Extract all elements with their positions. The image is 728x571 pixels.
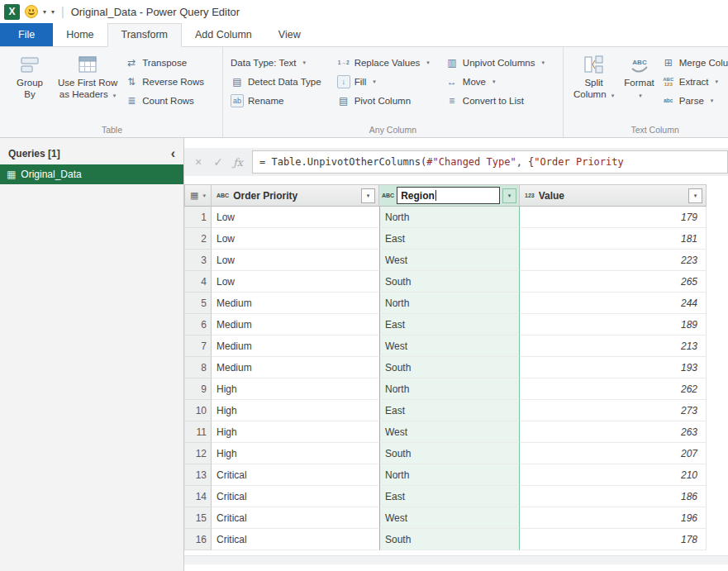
fx-icon[interactable]: ƒx [229, 156, 247, 169]
column-header-value[interactable]: 123 Value ▾ [520, 184, 707, 207]
parse-button[interactable]: abc Parse ▾ [659, 91, 728, 110]
cell-order-priority[interactable]: Low [212, 250, 379, 271]
cell-value[interactable]: 213 [520, 335, 707, 357]
cell-region[interactable]: South [379, 357, 520, 378]
cell-region[interactable]: East [379, 486, 520, 507]
row-number[interactable]: 1 [184, 207, 212, 228]
tab-file[interactable]: File [0, 23, 53, 46]
cell-region[interactable]: East [379, 228, 520, 250]
order-priority-filter-button[interactable]: ▾ [361, 188, 375, 203]
reverse-rows-button[interactable]: ⇅ Reverse Rows [122, 72, 211, 91]
cell-region[interactable]: South [379, 271, 520, 293]
cell-order-priority[interactable]: Medium [212, 335, 379, 357]
use-first-row-button[interactable]: Use First Row as Headers ▾ [53, 50, 122, 102]
cell-region[interactable]: West [379, 250, 520, 271]
check-icon[interactable]: ✓ [209, 155, 227, 169]
cell-order-priority[interactable]: Low [212, 228, 379, 250]
data-type-button[interactable]: Data Type: Text ▾ [228, 53, 328, 72]
cell-value[interactable]: 196 [520, 507, 707, 529]
column-header-order-priority[interactable]: ABC Order Priority ▾ [212, 184, 379, 207]
cell-order-priority[interactable]: Critical [212, 464, 379, 486]
table-select-all-button[interactable]: ▦ ▾ [184, 184, 212, 207]
row-number[interactable]: 8 [184, 357, 212, 378]
cell-order-priority[interactable]: Low [212, 207, 379, 228]
cell-order-priority[interactable]: Low [212, 271, 379, 293]
cell-value[interactable]: 181 [520, 228, 707, 250]
row-number[interactable]: 3 [184, 250, 212, 271]
cell-value[interactable]: 178 [520, 529, 707, 550]
cell-region[interactable]: North [379, 207, 520, 228]
pivot-column-button[interactable]: ▤ Pivot Column [335, 91, 436, 110]
rename-button[interactable]: ab Rename [228, 91, 328, 110]
cell-value[interactable]: 179 [520, 207, 707, 228]
cell-order-priority[interactable]: Critical [212, 507, 379, 529]
row-number[interactable]: 12 [184, 443, 212, 464]
formula-input[interactable]: = Table.UnpivotOtherColumns(#"Changed Ty… [252, 150, 728, 174]
detect-data-type-button[interactable]: ▤ Detect Data Type [228, 72, 328, 91]
query-item-original-data[interactable]: ▦ Original_Data [0, 164, 183, 184]
smiley-feedback-icon[interactable] [25, 5, 38, 18]
cell-region[interactable]: North [379, 464, 520, 486]
fill-button[interactable]: ↓ Fill ▾ [335, 72, 436, 91]
cell-order-priority[interactable]: Medium [212, 314, 379, 335]
count-rows-button[interactable]: ≣ Count Rows [122, 91, 211, 110]
merge-columns-button[interactable]: ⊞ Merge Colu [659, 53, 728, 72]
region-filter-button[interactable]: ▾ [502, 188, 516, 203]
cell-value[interactable]: 244 [520, 293, 707, 314]
cell-value[interactable]: 273 [520, 400, 707, 421]
cell-region[interactable]: South [379, 529, 520, 550]
tab-add-column[interactable]: Add Column [182, 23, 265, 46]
row-number[interactable]: 2 [184, 228, 212, 250]
group-by-button[interactable]: Group By [7, 50, 53, 102]
cell-region[interactable]: West [379, 335, 520, 357]
cell-value[interactable]: 210 [520, 464, 707, 486]
cell-value[interactable]: 263 [520, 421, 707, 443]
cell-order-priority[interactable]: High [212, 400, 379, 421]
value-filter-button[interactable]: ▾ [688, 188, 702, 203]
split-column-button[interactable]: Split Column ▾ [569, 50, 619, 102]
format-button[interactable]: ABC Format ▾ [619, 50, 659, 102]
cell-order-priority[interactable]: Medium [212, 293, 379, 314]
cell-region[interactable]: North [379, 378, 520, 400]
row-number[interactable]: 10 [184, 400, 212, 421]
cell-region[interactable]: West [379, 421, 520, 443]
collapse-panel-icon[interactable]: ‹ [171, 147, 175, 160]
replace-values-button[interactable]: 1→2 Replace Values ▾ [335, 53, 436, 72]
row-number[interactable]: 13 [184, 464, 212, 486]
row-number[interactable]: 14 [184, 486, 212, 507]
row-number[interactable]: 11 [184, 421, 212, 443]
cell-value[interactable]: 265 [520, 271, 707, 293]
cancel-icon[interactable]: × [189, 155, 207, 169]
convert-to-list-button[interactable]: ≡ Convert to List [443, 91, 551, 110]
tab-view[interactable]: View [265, 23, 314, 46]
row-number[interactable]: 5 [184, 293, 212, 314]
region-rename-input[interactable]: Region [397, 187, 500, 204]
column-header-region[interactable]: ABC Region ▾ [379, 184, 520, 207]
cell-value[interactable]: 186 [520, 486, 707, 507]
cell-value[interactable]: 189 [520, 314, 707, 335]
cell-region[interactable]: East [379, 314, 520, 335]
row-number[interactable]: 6 [184, 314, 212, 335]
quick-access-dropdown-caret-icon[interactable]: ▾ [51, 8, 55, 16]
cell-value[interactable]: 207 [520, 443, 707, 464]
row-number[interactable]: 4 [184, 271, 212, 293]
tab-transform[interactable]: Transform [107, 23, 183, 47]
cell-order-priority[interactable]: Medium [212, 357, 379, 378]
extract-button[interactable]: ABC 123 Extract ▾ [659, 72, 728, 91]
cell-region[interactable]: East [379, 400, 520, 421]
row-number[interactable]: 9 [184, 378, 212, 400]
smiley-dropdown-caret-icon[interactable]: ▾ [43, 8, 46, 16]
cell-order-priority[interactable]: Critical [212, 486, 379, 507]
cell-region[interactable]: West [379, 507, 520, 529]
cell-order-priority[interactable]: High [212, 421, 379, 443]
unpivot-columns-button[interactable]: ▥ Unpivot Columns ▾ [443, 53, 551, 72]
cell-order-priority[interactable]: High [212, 443, 379, 464]
horizontal-scrollbar[interactable] [184, 555, 728, 564]
cell-value[interactable]: 223 [520, 250, 707, 271]
cell-value[interactable]: 193 [520, 357, 707, 378]
cell-order-priority[interactable]: High [212, 378, 379, 400]
cell-order-priority[interactable]: Critical [212, 529, 379, 550]
move-button[interactable]: ↔ Move ▾ [443, 72, 551, 91]
row-number[interactable]: 15 [184, 507, 212, 529]
transpose-button[interactable]: ⇄ Transpose [122, 53, 211, 72]
